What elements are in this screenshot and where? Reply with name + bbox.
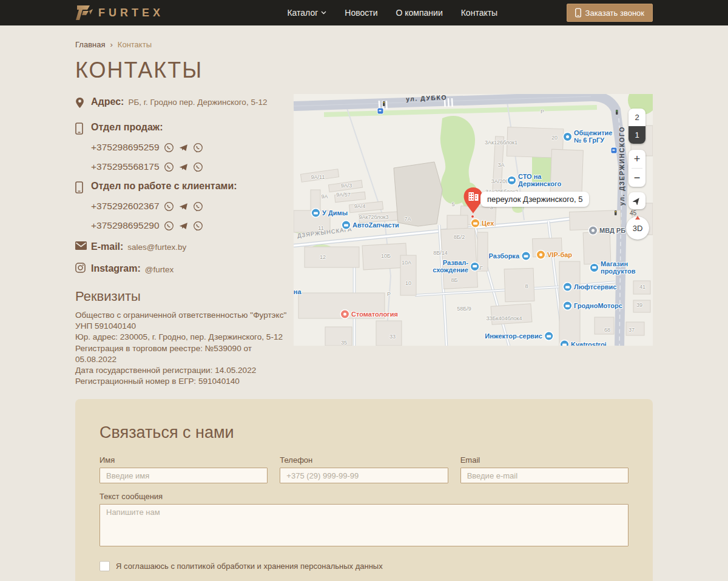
consent-checkbox[interactable]	[99, 561, 110, 571]
phone-link[interactable]: +375292602367	[91, 201, 160, 212]
map-building-number: 5	[451, 201, 454, 207]
zoom-in-button[interactable]: +	[629, 150, 645, 168]
map-building-number: 41	[639, 284, 645, 290]
phone-row: +375298695259	[91, 142, 294, 153]
email-link[interactable]: sales@furtex.by	[127, 241, 186, 252]
mobile-phone-icon	[575, 8, 581, 18]
clients-dept-row: Отдел по работе с клиентами:	[75, 181, 294, 196]
compass-3d-button[interactable]: 3D	[626, 217, 649, 240]
map-poi-icon	[564, 283, 571, 291]
whatsapp-icon[interactable]	[164, 162, 174, 172]
nav-item-about[interactable]: О компании	[396, 8, 442, 18]
message-textarea[interactable]	[99, 504, 629, 546]
map-poi-label: Общежитие № 6 ГрГУ	[574, 129, 612, 144]
contact-form: Связаться с нами Имя Телефон Email Текст…	[75, 399, 653, 581]
map-street-label: ул. ДЗЕРЖИНСКОГО	[618, 126, 625, 206]
map-poi[interactable]: Общежитие № 6 ГрГУ	[564, 129, 612, 144]
map-poi[interactable]: ГродноМоторс	[564, 302, 622, 310]
telegram-icon[interactable]	[178, 221, 189, 231]
floor-button-2[interactable]: 2	[629, 109, 645, 126]
floor-button-1[interactable]: 1	[629, 126, 645, 144]
map-poi[interactable]: VIP-бар	[537, 251, 572, 259]
phone-input[interactable]	[280, 468, 448, 483]
map-poi-icon	[537, 251, 545, 259]
map-poi[interactable]: Развал- схождение	[433, 259, 479, 274]
map-poi[interactable]: Люфтсервис	[564, 283, 616, 291]
map-poi[interactable]: ина	[294, 288, 302, 295]
instagram-label: Instagram:	[91, 263, 141, 274]
brand-name: FURTEX	[98, 7, 164, 19]
breadcrumb-home[interactable]: Главная	[75, 40, 105, 49]
telegram-icon[interactable]	[178, 201, 189, 212]
map-poi[interactable]: Магазин продуктов	[590, 260, 635, 275]
map-building-number: 8Б	[451, 277, 458, 283]
nav-item-news[interactable]: Новости	[345, 8, 377, 18]
instagram-link[interactable]: @furtex	[145, 264, 174, 274]
email-label: E-mail:	[91, 241, 123, 252]
breadcrumb: Главная › Контакты	[75, 40, 653, 49]
phone-field-label: Телефон	[280, 455, 448, 465]
viber-icon[interactable]	[193, 162, 203, 172]
map-poi[interactable]: Цех	[471, 220, 494, 227]
main-nav: Каталог Новости О компании Контакты	[287, 8, 497, 18]
map-poi-label: Стоматология	[351, 311, 398, 318]
map-building-number: 7А	[404, 216, 411, 222]
map-poi[interactable]: Инжектор-сервис	[485, 332, 553, 340]
contact-info: Адрес: РБ, г. Гродно пер. Держинского, 5…	[75, 94, 294, 387]
name-input[interactable]	[99, 468, 268, 483]
phone-link[interactable]: +375298695290	[91, 220, 160, 231]
map-building-number: 33	[389, 334, 396, 340]
whatsapp-icon[interactable]	[164, 201, 174, 212]
name-field-label: Имя	[99, 455, 268, 465]
locate-button[interactable]	[629, 192, 645, 209]
nav-item-catalog[interactable]: Каталог	[287, 8, 326, 18]
map-building-number: 3А	[497, 162, 504, 168]
map-poi[interactable]: АвтоZапчасти	[342, 221, 399, 229]
map-poi-label: Инжектор-сервис	[485, 332, 542, 340]
phone-row: +375298695290	[91, 220, 294, 231]
requisites-line: Регистрационный номер в ЕГР: 591040140	[75, 376, 294, 387]
map-building-number: 9А/4	[354, 203, 366, 209]
map-poi[interactable]: Разборка	[489, 252, 530, 260]
map-marker-label[interactable]: переулок Дзержинского, 5	[480, 192, 589, 207]
telegram-icon[interactable]	[178, 143, 189, 153]
whatsapp-icon[interactable]	[164, 221, 174, 231]
telegram-icon[interactable]	[178, 162, 189, 172]
brand-logo[interactable]: FURTEX	[75, 5, 164, 21]
order-call-button[interactable]: Заказать звонок	[567, 4, 653, 22]
map-zoom-control: + −	[629, 150, 645, 187]
whatsapp-icon[interactable]	[164, 143, 174, 153]
viber-icon[interactable]	[193, 201, 203, 212]
map-street-label: ул. ДУБКО	[406, 94, 447, 102]
zoom-out-button[interactable]: −	[629, 169, 645, 187]
nav-item-contacts[interactable]: Контакты	[461, 8, 497, 18]
map-poi-icon	[471, 220, 479, 227]
phone-row: +375292602367	[91, 201, 294, 212]
email-field-label: Email	[460, 455, 629, 465]
map-poi-label: СТО на Держинского	[518, 173, 561, 187]
map-poi[interactable]: МВД РБ	[589, 227, 625, 235]
phone-link[interactable]: +375295568175	[91, 161, 160, 172]
map-poi-icon	[341, 311, 349, 318]
map-building-number: 9А/11	[311, 174, 325, 180]
email-input[interactable]	[460, 468, 629, 483]
phone-link[interactable]: +375298695259	[91, 142, 160, 153]
viber-icon[interactable]	[193, 221, 203, 231]
envelope-icon	[75, 241, 91, 252]
instagram-row: Instagram: @furtex	[75, 262, 294, 275]
map-building-number: 8	[525, 283, 528, 289]
map-building-number: 9А	[321, 193, 328, 200]
message-field-label: Текст сообщения	[99, 492, 629, 501]
map-poi[interactable]: Kvatrostroi	[561, 341, 607, 346]
map-poi[interactable]: У Димы	[312, 209, 348, 217]
map-poi-icon	[564, 302, 571, 310]
map-building-number: 68	[604, 327, 610, 333]
map-building-number: 10	[405, 280, 411, 286]
map-poi[interactable]: СТО на Держинского	[508, 173, 561, 187]
map-poi-icon	[471, 263, 479, 270]
map[interactable]: 9А/119А/39А9А/579А/49Ак72блок37А111210Б1…	[294, 94, 653, 346]
map-poi-label: ГродноМоторс	[574, 302, 622, 309]
map-poi[interactable]: Стоматология	[341, 311, 398, 318]
viber-icon[interactable]	[193, 143, 203, 153]
map-overlay: 9А/119А/39А9А/579А/49Ак72блок37А111210Б1…	[294, 94, 653, 346]
